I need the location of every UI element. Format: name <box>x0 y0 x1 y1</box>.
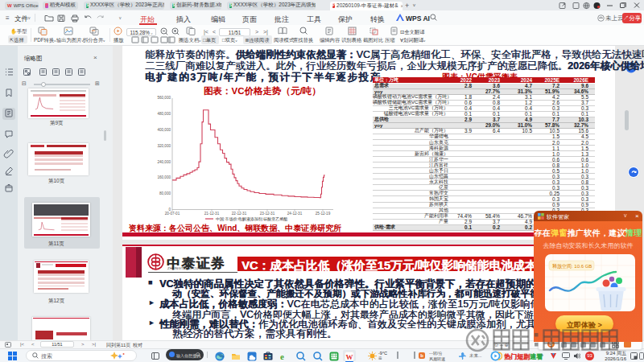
svg-text:80,000: 80,000 <box>159 191 171 195</box>
svg-text:400,000: 400,000 <box>157 128 171 132</box>
svg-text:22-12-31: 22-12-31 <box>232 212 247 216</box>
svg-text:160,000: 160,000 <box>157 175 171 179</box>
svg-text:23-12-31: 23-12-31 <box>260 212 275 216</box>
svg-text:W: W <box>346 353 353 361</box>
svg-text:320,000: 320,000 <box>157 144 171 148</box>
svg-text:释放空间: 10.6 GB: 释放空间: 10.6 GB <box>552 263 592 269</box>
svg-text:560,000: 560,000 <box>157 96 171 100</box>
svg-text:25-12-19: 25-12-19 <box>316 212 331 216</box>
svg-text:21-12-31: 21-12-31 <box>204 212 220 216</box>
svg-text:480,000: 480,000 <box>157 112 171 116</box>
svg-text:中国:市场价:电解液添加剂:碳酸亚乙烯酯: 中国:市场价:电解液添加剂:碳酸亚乙烯酯 <box>216 216 287 222</box>
svg-text:20-07-01: 20-07-01 <box>165 212 180 216</box>
svg-text:24-12-31: 24-12-31 <box>287 212 303 216</box>
svg-text:240,000: 240,000 <box>157 160 171 164</box>
svg-text:e: e <box>280 352 284 361</box>
